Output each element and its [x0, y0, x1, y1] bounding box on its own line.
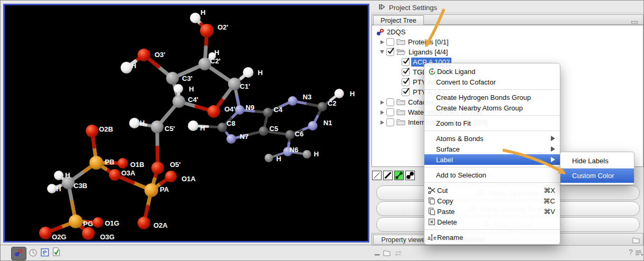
menu-item-label[interactable]: Label	[424, 154, 560, 165]
menu-item-label: Rename	[437, 234, 463, 241]
new-folder-icon[interactable]	[383, 249, 391, 258]
svg-text:C3': C3'	[182, 74, 193, 82]
folder-icon	[396, 39, 405, 45]
menu-item-surface[interactable]: Surface	[424, 144, 560, 154]
svg-text:O5': O5'	[170, 161, 180, 169]
expand-arrow-icon[interactable]	[379, 120, 385, 125]
menu-shortcut: ⌘V	[543, 208, 555, 216]
delete-icon	[427, 218, 437, 226]
svg-text:O3G: O3G	[100, 233, 114, 241]
minimize-icon	[374, 250, 380, 259]
visibility-checkbox[interactable]	[386, 38, 394, 46]
svg-text:H: H	[258, 69, 262, 77]
expand-arrow-icon[interactable]	[379, 110, 385, 115]
gauge-icon[interactable]	[29, 248, 38, 259]
project-tree-tabbar: Project Tree	[371, 14, 643, 25]
tasks-check-icon[interactable]	[52, 247, 60, 258]
svg-text:O1G: O1G	[105, 219, 119, 227]
menu-item-zoom-to-fit[interactable]: Zoom to Fit	[424, 118, 560, 128]
molecule-icon	[376, 29, 384, 36]
list-menu-icon[interactable]	[635, 249, 644, 259]
folder-icon	[396, 109, 405, 116]
repr-stick-button[interactable]	[383, 171, 393, 180]
expand-arrow-icon[interactable]	[379, 100, 385, 105]
menu-item-label: Custom Color	[572, 172, 614, 180]
repr-ball-and-stick-button[interactable]	[394, 171, 404, 180]
svg-text:C6: C6	[295, 130, 304, 138]
menu-item-delete[interactable]: Delete	[424, 217, 560, 227]
menu-item-label: Dock Ligand	[437, 68, 475, 76]
repr-wireframe-button[interactable]	[372, 171, 382, 180]
app-molecule-button[interactable]	[11, 247, 26, 260]
svg-text:C4: C4	[274, 106, 283, 114]
svg-text:C4': C4'	[188, 96, 198, 104]
svg-text:PB: PB	[105, 158, 114, 166]
svg-text:PG: PG	[83, 220, 93, 228]
menu-separator	[424, 115, 560, 116]
svg-text:O2A: O2A	[153, 221, 168, 229]
svg-text:O2': O2'	[217, 23, 228, 31]
svg-text:C1': C1'	[240, 82, 250, 90]
visibility-checkbox[interactable]	[386, 98, 394, 106]
expand-arrow-icon[interactable]	[379, 40, 385, 44]
menu-separator	[424, 182, 560, 183]
visibility-checkbox[interactable]	[402, 88, 410, 96]
folder-open-icon	[396, 49, 406, 55]
submenu-arrow-icon	[551, 146, 555, 152]
visibility-checkbox[interactable]	[402, 78, 410, 86]
svg-text:H: H	[65, 171, 70, 179]
menu-item-add-to-selection[interactable]: Add to Selection	[424, 170, 560, 180]
minimize-icon[interactable]	[374, 250, 380, 259]
menu-item-paste[interactable]: Paste⌘V	[424, 206, 560, 217]
menu-item-label: Surface	[436, 145, 460, 153]
svg-text:O1B: O1B	[130, 161, 144, 169]
tree-item[interactable]: 2DQS	[372, 27, 643, 37]
tree-item[interactable]: Ligands [4/4]	[372, 47, 643, 57]
new-folder-icon	[383, 249, 391, 258]
visibility-checkbox[interactable]	[386, 48, 394, 56]
folder-icon[interactable]	[632, 236, 640, 246]
visibility-checkbox[interactable]	[386, 108, 394, 116]
menu-item-atoms-bonds[interactable]: Atoms & Bonds	[424, 133, 560, 144]
svg-text:H: H	[350, 90, 355, 98]
menu-item-create-nearby-atoms-group[interactable]: Create Nearby Atoms Group	[424, 102, 560, 113]
app-icon	[14, 248, 24, 259]
svg-text:H: H	[214, 49, 219, 57]
log-icon[interactable]	[41, 248, 49, 259]
molecule-render: HO2'O3'HHC2'C3'C1'HHC4'O4'N9C8HN7C4C5C6N…	[5, 5, 368, 241]
tree-item[interactable]: Proteins [0/1]	[372, 37, 643, 47]
submenu-item-custom-color[interactable]: Custom Color	[560, 169, 634, 183]
svg-text:N7: N7	[240, 133, 249, 141]
repr-spacefill-button[interactable]	[405, 171, 415, 180]
menu-item-label: Hide Labels	[572, 157, 609, 165]
menu-separator	[424, 167, 560, 167]
svg-text:O4': O4'	[224, 105, 235, 113]
expand-arrow-icon[interactable]	[379, 50, 385, 54]
tab-project-tree[interactable]: Project Tree	[373, 15, 424, 25]
molecule-viewport[interactable]: HO2'O3'HHC2'C3'C1'HHC4'O4'N9C8HN7C4C5C6N…	[3, 4, 369, 243]
visibility-checkbox[interactable]	[402, 68, 410, 76]
help-icon: ?	[628, 248, 634, 258]
menu-item-convert-to-cofactor[interactable]: Convert to Cofactor	[424, 77, 560, 87]
menu-item-rename[interactable]: aeRename	[424, 232, 560, 243]
help-icon[interactable]: ?	[628, 248, 634, 258]
panel-collapse-icon[interactable]	[378, 4, 385, 12]
visibility-checkbox[interactable]	[386, 118, 394, 126]
menu-item-label: Label	[436, 156, 453, 164]
svg-text:PA: PA	[160, 185, 169, 193]
submenu-item-hide-labels[interactable]: Hide Labels	[560, 154, 634, 168]
menu-item-cut[interactable]: Cut⌘X	[424, 185, 560, 195]
visibility-checkbox[interactable]	[402, 58, 410, 66]
menu-item-dock-ligand[interactable]: Dock Ligand	[424, 66, 560, 77]
menu-item-create-hydrogen-bonds-group[interactable]: Create Hydrogen Bonds Group	[424, 92, 560, 102]
svg-text:C3B: C3B	[74, 182, 87, 190]
swap-panels-icon[interactable]	[394, 249, 403, 259]
svg-text:N3: N3	[303, 93, 312, 101]
cut-icon	[427, 187, 437, 194]
app-window: HO2'O3'HHC2'C3'C1'HHC4'O4'N9C8HN7C4C5C6N…	[0, 0, 644, 261]
svg-text:C2': C2'	[210, 57, 221, 65]
menu-item-copy[interactable]: Copy⌘C	[424, 195, 560, 206]
svg-text:C2: C2	[328, 99, 337, 107]
menu-item-label: Create Hydrogen Bonds Group	[436, 94, 531, 101]
panel-title: Project Settings	[389, 4, 437, 12]
